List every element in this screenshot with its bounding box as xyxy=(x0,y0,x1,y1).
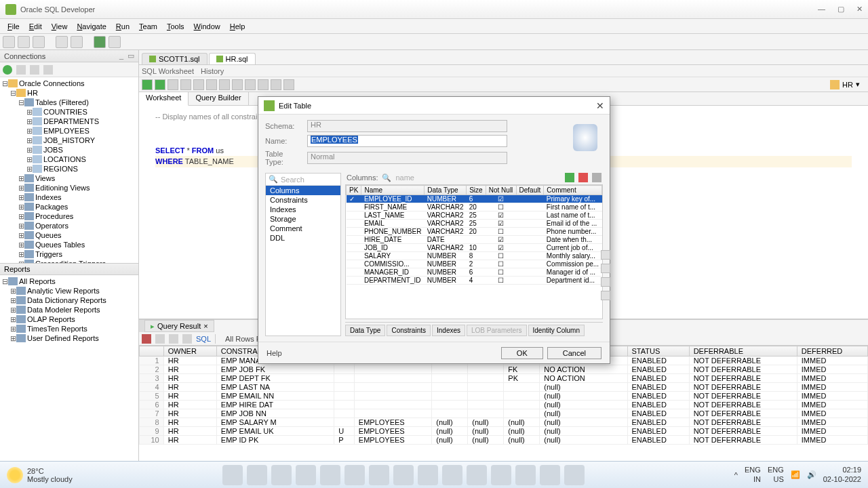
nav-indexes[interactable]: Indexes xyxy=(266,205,340,214)
menu-navigate[interactable]: Navigate xyxy=(72,22,111,30)
menu-window[interactable]: Window xyxy=(189,22,225,30)
report-olap-reports[interactable]: ⊞OLAP Reports xyxy=(0,314,138,324)
tab-query-result[interactable]: ▸ Query Result × xyxy=(144,320,214,332)
chevron-up-icon[interactable]: ^ xyxy=(734,471,738,479)
nav-comment[interactable]: Comment xyxy=(266,224,340,233)
close-tab-icon[interactable]: × xyxy=(203,322,208,330)
bookmark-button[interactable] xyxy=(283,79,294,90)
new-connection-button[interactable] xyxy=(3,65,12,75)
move-up-button[interactable] xyxy=(601,264,610,273)
coltab-indexes[interactable]: Indexes xyxy=(432,325,465,336)
nav-columns[interactable]: Columns xyxy=(266,186,340,195)
tab-scott1-sql[interactable]: SCOTT1.sql xyxy=(142,53,208,64)
find-button[interactable] xyxy=(43,65,53,75)
taskbar-shield[interactable] xyxy=(491,465,511,485)
menu-run[interactable]: Run xyxy=(111,22,134,30)
delete-column-button[interactable] xyxy=(578,173,588,182)
tables-node[interactable]: ⊟Tables (Filtered) xyxy=(0,98,138,107)
db-selector[interactable]: HR xyxy=(842,81,853,89)
taskbar-teams[interactable] xyxy=(344,465,365,485)
new-button[interactable] xyxy=(3,36,15,48)
nav-storage[interactable]: Storage xyxy=(266,214,340,224)
add-column-button[interactable] xyxy=(565,173,574,182)
table-employees[interactable]: ⊞EMPLOYEES xyxy=(0,126,138,136)
refresh-button[interactable] xyxy=(16,65,26,75)
refresh-result-button[interactable] xyxy=(155,334,165,344)
explain-plan-button[interactable] xyxy=(167,79,178,90)
taskbar-store[interactable] xyxy=(369,465,389,485)
menu-tools[interactable]: Tools xyxy=(162,22,189,30)
report-data-dictionary-reports[interactable]: ⊞Data Dictionary Reports xyxy=(0,296,138,305)
report-all-reports[interactable]: ⊟All Reports xyxy=(0,277,138,286)
table-locations[interactable]: ⊞LOCATIONS xyxy=(0,155,138,164)
clear-button[interactable] xyxy=(232,79,243,90)
panel-minimize-icon[interactable]: _ xyxy=(119,52,123,60)
table-job_history[interactable]: ⊞JOB_HISTORY xyxy=(0,136,138,145)
taskbar-edge[interactable] xyxy=(320,465,340,485)
keyboard-indicator[interactable]: ENGUS xyxy=(768,466,784,483)
menu-help[interactable]: Help xyxy=(225,22,250,30)
run-button[interactable] xyxy=(94,36,106,48)
node-triggers[interactable]: ⊞Triggers xyxy=(0,249,138,259)
move-top-button[interactable] xyxy=(601,250,610,260)
report-analytic-view-reports[interactable]: ⊞Analytic View Reports xyxy=(0,286,138,296)
copy-column-button[interactable] xyxy=(592,173,601,182)
dialog-titlebar[interactable]: Edit Table ✕ xyxy=(258,97,610,115)
panel-restore-icon[interactable]: ▭ xyxy=(127,52,134,60)
menu-view[interactable]: View xyxy=(47,22,73,30)
rollback-button[interactable] xyxy=(206,79,217,90)
nav-ddl[interactable]: DDL xyxy=(266,233,340,243)
tab-worksheet[interactable]: Worksheet xyxy=(139,92,189,106)
taskbar-explorer[interactable] xyxy=(296,465,316,485)
redo-button[interactable] xyxy=(71,36,83,48)
tabletype-field[interactable]: Normal xyxy=(307,152,507,164)
move-down-button[interactable] xyxy=(601,277,610,287)
run-script-button[interactable] xyxy=(155,79,165,90)
taskbar-chrome[interactable] xyxy=(515,465,536,485)
reports-tree[interactable]: ⊟All Reports⊞Analytic View Reports⊞Data … xyxy=(0,275,138,461)
undo-button[interactable] xyxy=(56,36,68,48)
node-packages[interactable]: ⊞Packages xyxy=(0,202,138,211)
node-queues-tables[interactable]: ⊞Queues Tables xyxy=(0,240,138,249)
export-button[interactable] xyxy=(169,334,178,344)
menu-file[interactable]: File xyxy=(3,22,24,30)
sql-label[interactable]: SQL xyxy=(196,335,211,343)
wifi-icon[interactable]: 📶 xyxy=(791,470,800,479)
save-button[interactable] xyxy=(33,36,45,48)
taskbar-onenote[interactable] xyxy=(467,465,487,485)
coltab-constraints[interactable]: Constraints xyxy=(387,325,431,336)
maximize-button[interactable]: ▢ xyxy=(837,5,844,14)
menu-team[interactable]: Team xyxy=(134,22,162,30)
dialog-close-button[interactable]: ✕ xyxy=(596,100,604,111)
format-button[interactable] xyxy=(258,79,269,90)
table-regions[interactable]: ⊞REGIONS xyxy=(0,164,138,174)
close-button[interactable]: ✕ xyxy=(856,5,863,14)
filter-button[interactable] xyxy=(30,65,39,75)
open-button[interactable] xyxy=(18,36,30,48)
commit-button[interactable] xyxy=(193,79,204,90)
report-data-modeler-reports[interactable]: ⊞Data Modeler Reports xyxy=(0,305,138,314)
language-indicator[interactable]: ENGIN xyxy=(745,466,761,483)
volume-icon[interactable]: 🔊 xyxy=(807,470,816,479)
hr-connection-node[interactable]: ⊟HR xyxy=(0,88,138,98)
pin-button[interactable] xyxy=(142,334,151,344)
oracle-connections-node[interactable]: ⊟Oracle Connections xyxy=(0,79,138,88)
taskbar-taskview[interactable] xyxy=(271,465,292,485)
col-name-filter[interactable]: name xyxy=(395,174,414,182)
coltab-data-type[interactable]: Data Type xyxy=(345,325,385,336)
menu-edit[interactable]: Edit xyxy=(24,22,47,30)
schema-field[interactable]: HR xyxy=(307,120,507,132)
db-dropdown-icon[interactable]: ▾ xyxy=(856,80,860,89)
unshared-button[interactable] xyxy=(219,79,230,90)
taskbar-sqldev[interactable] xyxy=(540,465,560,485)
search-input[interactable]: Search xyxy=(281,176,304,184)
table-departments[interactable]: ⊞DEPARTMENTS xyxy=(0,117,138,126)
node-indexes[interactable]: ⊞Indexes xyxy=(0,192,138,202)
run-statement-button[interactable] xyxy=(142,79,153,90)
print-button[interactable] xyxy=(182,334,192,344)
node-queues[interactable]: ⊞Queues xyxy=(0,230,138,240)
taskbar-notepad[interactable] xyxy=(442,465,462,485)
toggle-button[interactable] xyxy=(271,79,281,90)
taskbar-mail[interactable] xyxy=(393,465,414,485)
taskbar-search[interactable] xyxy=(247,465,267,485)
